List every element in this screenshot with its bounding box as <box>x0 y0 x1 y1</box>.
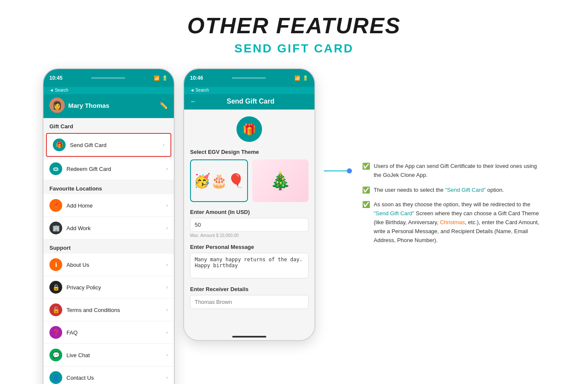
theme-xmas-card[interactable]: 🎄 <box>252 159 308 202</box>
phone2-time: 10:46 <box>190 75 203 81</box>
live-chat-icon: 💬 <box>49 349 62 361</box>
check-icon-1: ✅ <box>362 162 370 170</box>
fav-section-label: Favourite Locations <box>43 180 174 194</box>
add-home-label: Add Home <box>66 202 166 209</box>
edit-icon[interactable]: ✏️ <box>159 101 168 110</box>
amount-label: Enter Amount (In USD) <box>190 209 308 215</box>
chevron-icon: › <box>163 142 164 148</box>
faq-menu-item[interactable]: ❓ FAQ › <box>43 321 174 344</box>
page-container: OTHER FEATURES SEND GIFT CARD 10:45 📶 🔋 <box>0 0 588 384</box>
contact-us-menu-item[interactable]: 👤 Contact Us › <box>43 367 174 384</box>
message-label: Enter Personal Message <box>190 244 308 250</box>
party-scene: 🥳🎂🎈 <box>193 173 245 189</box>
privacy-policy-icon: 🔒 <box>49 281 62 294</box>
chevron-icon-6: › <box>166 284 168 290</box>
redeem-gift-card-label: Redeem Gift Card <box>66 166 166 172</box>
chevron-icon-8: › <box>166 329 168 335</box>
check-icon-3: ✅ <box>362 201 370 208</box>
live-chat-label: Live Chat <box>66 352 166 358</box>
chevron-icon-7: › <box>166 307 168 313</box>
connector-dot <box>347 168 352 173</box>
live-chat-menu-item[interactable]: 💬 Live Chat › <box>43 344 174 367</box>
phone2-icons: 📶 🔋 <box>294 75 308 81</box>
chevron-icon-9: › <box>166 352 168 358</box>
add-home-menu-item[interactable]: 📍 Add Home › <box>43 194 174 217</box>
wifi-icon-2: 📶 <box>294 75 300 81</box>
phone1-search-label: ◄ Search <box>49 88 68 92</box>
phone2-screen-title: Send Gift Card <box>201 98 300 105</box>
add-work-label: Add Work <box>66 225 166 231</box>
phone2-wrapper: 10:46 📶 🔋 ◄ Search ← Send Gift Card <box>183 68 315 341</box>
connector-area <box>320 170 354 171</box>
chevron-icon-10: › <box>166 375 168 381</box>
amount-input[interactable] <box>190 218 308 232</box>
gift-card-section-label: Gift Card <box>43 118 174 132</box>
info-item-3: ✅ As soon as they choose the option, the… <box>362 200 541 245</box>
battery-icon-2: 🔋 <box>303 75 308 81</box>
phone2-mockup: 10:46 📶 🔋 ◄ Search ← Send Gift Card <box>183 68 315 341</box>
xmas-scene: 🎄 <box>270 171 291 191</box>
phone2-search-bar: ◄ Search <box>184 87 314 94</box>
faq-label: FAQ <box>66 329 166 336</box>
receiver-label: Enter Receiver Details <box>190 286 308 292</box>
battery-icon: 🔋 <box>162 75 168 81</box>
chevron-icon-2: › <box>166 166 168 172</box>
info-text-1: Users of the App can send Gift Certifica… <box>374 162 541 180</box>
phone2-header: ← Send Gift Card <box>184 94 314 110</box>
back-button[interactable]: ← <box>190 98 197 105</box>
send-gift-card-menu-item[interactable]: 🎁 Send Gift Card › <box>46 133 171 157</box>
main-title: OTHER FEATURES <box>187 13 401 38</box>
message-section: Enter Personal Message Many many happy r… <box>190 244 308 280</box>
theme-party-card[interactable]: 🥳🎂🎈 <box>190 159 248 202</box>
support-section-label: Support <box>43 240 174 254</box>
redeem-gift-card-icon: 🎟 <box>49 162 62 175</box>
amount-section: Enter Amount (In USD) Max. Amount $ 10,0… <box>190 209 308 238</box>
phone2-search-label: ◄ Search <box>190 88 209 92</box>
connector-line <box>324 170 349 171</box>
phone1-body: Gift Card 🎁 Send Gift Card › 🎟 Redeem Gi… <box>43 118 174 384</box>
wifi-icon: 📶 <box>154 75 160 81</box>
check-icon-2: ✅ <box>362 186 370 194</box>
message-textarea[interactable]: Many many happy returns of the day. Happ… <box>190 253 308 278</box>
phone1-search-bar: ◄ Search <box>43 87 174 94</box>
themes-row: 🥳🎂🎈 🎄 <box>190 159 308 202</box>
about-us-label: About Us <box>66 262 166 268</box>
phone1-profile-header: 👩 Mary Thomas ✏️ <box>43 94 174 118</box>
phone2-status-bar: 10:46 📶 🔋 <box>184 69 314 87</box>
add-work-icon: 🏢 <box>49 222 62 234</box>
terms-menu-item[interactable]: 🔓 Terms and Conditions › <box>43 299 174 321</box>
terms-label: Terms and Conditions <box>66 307 166 313</box>
gift-icon: 🎁 <box>242 123 256 136</box>
design-theme-label: Select EGV Design Theme <box>190 149 308 155</box>
info-text-2: The user needs to select the "Send Gift … <box>374 186 504 195</box>
contact-us-label: Contact Us <box>66 375 166 381</box>
receiver-section: Enter Receiver Details <box>190 286 308 309</box>
amount-hint: Max. Amount $ 10,000.00 <box>190 233 308 238</box>
phone1-status-bar: 10:45 📶 🔋 <box>43 69 174 87</box>
redeem-gift-card-menu-item[interactable]: 🎟 Redeem Gift Card › <box>43 158 174 180</box>
user-name: Mary Thomas <box>68 102 159 109</box>
info-item-2: ✅ The user needs to select the "Send Gif… <box>362 186 541 195</box>
about-us-icon: ℹ <box>49 258 62 271</box>
chevron-icon-5: › <box>166 262 168 268</box>
add-home-icon: 📍 <box>49 199 62 212</box>
info-text-3: As soon as they choose the option, they … <box>374 200 541 245</box>
avatar: 👩 <box>49 98 65 113</box>
chevron-icon-3: › <box>166 202 168 208</box>
add-work-menu-item[interactable]: 🏢 Add Work › <box>43 217 174 240</box>
privacy-policy-label: Privacy Policy <box>66 284 166 291</box>
phone2-body: 🎁 Select EGV Design Theme 🥳🎂🎈 🎄 Enter Am… <box>184 110 314 334</box>
phone1-icons: 📶 🔋 <box>154 75 168 81</box>
send-gift-card-label: Send Gift Card <box>70 142 163 148</box>
phone1-time: 10:45 <box>49 75 63 81</box>
receiver-input[interactable] <box>190 295 308 309</box>
privacy-policy-menu-item[interactable]: 🔒 Privacy Policy › <box>43 276 174 299</box>
phone1-wrapper: 10:45 📶 🔋 ◄ Search 👩 Mary Thomas <box>43 68 175 384</box>
terms-icon: 🔓 <box>49 303 62 316</box>
about-us-menu-item[interactable]: ℹ About Us › <box>43 254 174 276</box>
faq-icon: ❓ <box>49 326 62 339</box>
info-item-1: ✅ Users of the App can send Gift Certifi… <box>362 162 541 180</box>
content-area: 10:45 📶 🔋 ◄ Search 👩 Mary Thomas <box>9 68 579 384</box>
chevron-icon-4: › <box>166 225 168 231</box>
info-panel: ✅ Users of the App can send Gift Certifi… <box>354 153 550 259</box>
